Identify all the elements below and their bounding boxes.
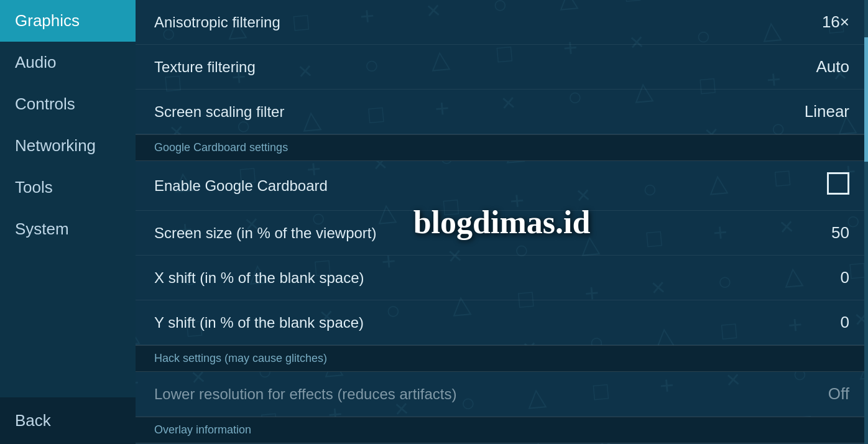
sidebar-item-tools[interactable]: Tools [0, 167, 136, 208]
settings-label-screen-size-viewport: Screen size (in % of the viewport) [154, 224, 376, 242]
settings-value-enable-google-cardboard [827, 172, 849, 199]
settings-label-x-shift-blank: X shift (in % of the blank space) [154, 269, 364, 287]
settings-row-screen-size-viewport[interactable]: Screen size (in % of the viewport)50 [136, 211, 868, 256]
section-header-overlay-information-header: Overlay information [136, 417, 868, 443]
scrollbar[interactable] [864, 0, 868, 444]
section-header-google-cardboard-header: Google Cardboard settings [136, 134, 868, 161]
sidebar-item-graphics[interactable]: Graphics [0, 0, 136, 42]
sidebar-item-networking[interactable]: Networking [0, 125, 136, 167]
settings-value-screen-scaling-filter: Linear [805, 102, 849, 121]
settings-value-texture-filtering: Auto [816, 57, 850, 76]
settings-value-anisotropic-filtering: 16× [822, 12, 849, 32]
settings-list: Anisotropic filtering16×Texture filterin… [136, 0, 868, 443]
settings-label-anisotropic-filtering: Anisotropic filtering [154, 14, 280, 31]
settings-row-x-shift-blank[interactable]: X shift (in % of the blank space)0 [136, 256, 868, 300]
settings-value-lower-resolution-effects: Off [828, 384, 849, 404]
checkbox-enable-google-cardboard[interactable] [827, 172, 849, 195]
settings-row-anisotropic-filtering[interactable]: Anisotropic filtering16× [136, 0, 868, 45]
section-header-hack-settings-header: Hack settings (may cause glitches) [136, 345, 868, 372]
settings-row-enable-google-cardboard[interactable]: Enable Google Cardboard [136, 161, 868, 211]
sidebar: GraphicsAudioControlsNetworkingToolsSyst… [0, 0, 136, 444]
settings-row-lower-resolution-effects[interactable]: Lower resolution for effects (reduces ar… [136, 372, 868, 417]
settings-label-y-shift-blank: Y shift (in % of the blank space) [154, 314, 364, 331]
settings-value-y-shift-blank: 0 [841, 313, 849, 332]
settings-label-enable-google-cardboard: Enable Google Cardboard [154, 177, 328, 195]
settings-label-texture-filtering: Texture filtering [154, 58, 256, 76]
settings-label-screen-scaling-filter: Screen scaling filter [154, 103, 284, 121]
settings-label-lower-resolution-effects: Lower resolution for effects (reduces ar… [154, 386, 456, 403]
settings-value-x-shift-blank: 0 [841, 268, 849, 287]
back-button[interactable]: Back [0, 397, 136, 444]
settings-value-screen-size-viewport: 50 [831, 223, 849, 243]
settings-row-screen-scaling-filter[interactable]: Screen scaling filterLinear [136, 90, 868, 134]
sidebar-item-audio[interactable]: Audio [0, 42, 136, 83]
settings-row-texture-filtering[interactable]: Texture filteringAuto [136, 45, 868, 90]
main-content: ×○△□+×○△□+×○△□+×○△□+×○△□+×○△□+×○△□+×○△□+… [136, 0, 868, 444]
sidebar-item-controls[interactable]: Controls [0, 83, 136, 125]
sidebar-item-system[interactable]: System [0, 208, 136, 250]
settings-row-y-shift-blank[interactable]: Y shift (in % of the blank space)0 [136, 300, 868, 345]
scrollbar-thumb[interactable] [864, 37, 868, 162]
